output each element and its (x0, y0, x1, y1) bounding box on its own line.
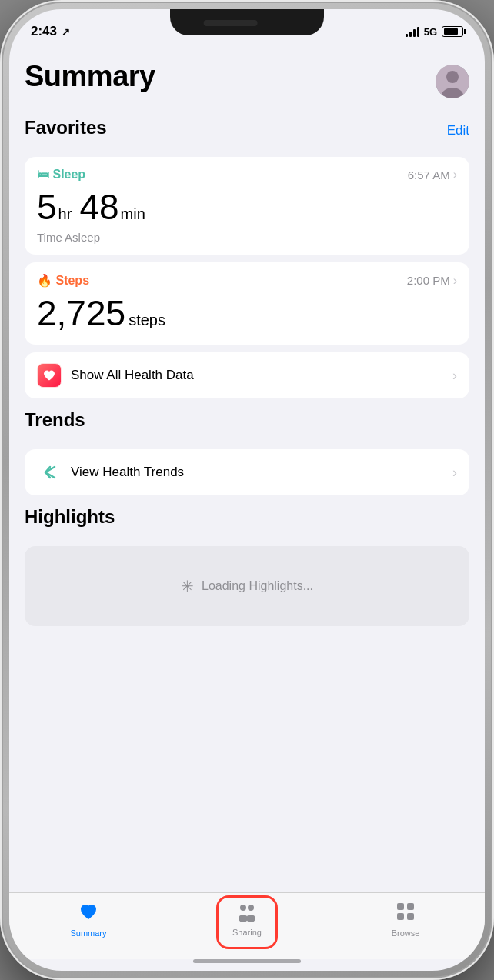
trends-header: Trends (25, 406, 469, 440)
steps-unit: steps (129, 312, 165, 329)
sleep-icon: 🛏 (37, 168, 49, 181)
signal-bar-1 (406, 34, 408, 37)
location-icon: ↗ (62, 26, 70, 38)
show-all-chevron: › (452, 368, 457, 384)
steps-chevron: › (453, 274, 457, 288)
highlights-title: Highlights (25, 506, 115, 528)
signal-bar-4 (417, 27, 419, 37)
tab-summary[interactable]: Summary (9, 901, 168, 938)
trends-chevron: › (452, 465, 457, 481)
heart-svg (42, 368, 56, 382)
browse-tab-icon (395, 901, 416, 925)
health-heart-icon (37, 363, 62, 388)
signal-bar-2 (409, 32, 412, 37)
time-display: 2:43 (31, 24, 57, 39)
sleep-hours: 5 (37, 186, 57, 228)
page-header: Summary (25, 48, 469, 114)
notch (170, 9, 324, 35)
highlights-header: Highlights (25, 503, 469, 537)
svg-point-3 (240, 905, 246, 911)
summary-heart-svg (78, 901, 99, 922)
status-icons: 5G (406, 26, 463, 38)
trends-section: Trends View Health Trends › (25, 406, 469, 495)
steps-count: 2,725 (37, 292, 125, 334)
show-all-left: Show All Health Data (37, 363, 194, 388)
svg-point-6 (246, 915, 255, 922)
phone-screen: 2:43 ↗ 5G (9, 9, 485, 971)
steps-time-value: 2:00 PM (407, 274, 450, 287)
avatar-svg (436, 65, 469, 98)
summary-tab-icon (78, 901, 99, 925)
svg-rect-8 (407, 903, 414, 910)
sleep-value-row: 5 hr 48 min (37, 186, 457, 228)
edit-button[interactable]: Edit (447, 123, 469, 138)
trends-title: Trends (25, 409, 85, 431)
main-content[interactable]: Summary Favorites Edit (9, 48, 485, 892)
sleep-minutes-unit: min (121, 205, 145, 223)
steps-value-row: 2,725 steps (37, 292, 457, 334)
summary-tab-label: Summary (70, 928, 106, 938)
steps-label: Steps (55, 274, 89, 287)
sleep-card[interactable]: 🛏 Sleep 6:57 AM › 5 hr 48 min Time Aslee… (25, 157, 469, 255)
battery-fill (444, 28, 458, 35)
favorites-title: Favorites (25, 117, 107, 138)
sleep-hours-unit: hr (58, 205, 72, 223)
highlights-section: Highlights ✳ Loading Highlights... (25, 503, 469, 626)
steps-card-header: 🔥 Steps 2:00 PM › (37, 273, 457, 288)
sleep-sub-label: Time Asleep (37, 231, 457, 244)
trends-left: View Health Trends (37, 460, 184, 485)
favorites-header: Favorites Edit (25, 114, 469, 148)
sleep-time-value: 6:57 AM (408, 168, 450, 182)
home-indicator (193, 959, 301, 963)
tab-browse[interactable]: Browse (326, 901, 485, 938)
sleep-label: Sleep (52, 168, 85, 181)
view-health-trends-row[interactable]: View Health Trends › (25, 449, 469, 495)
tab-sharing[interactable]: Sharing (168, 902, 326, 937)
trends-arrow-svg (39, 462, 59, 482)
avatar-image (436, 65, 469, 98)
battery-indicator (442, 26, 463, 37)
svg-rect-10 (407, 913, 414, 920)
view-trends-label: View Health Trends (71, 465, 184, 480)
highlights-loading-card: ✳ Loading Highlights... (25, 546, 469, 626)
steps-card-title: 🔥 Steps (37, 273, 89, 288)
sleep-chevron: › (453, 168, 457, 182)
signal-bars (406, 26, 419, 37)
steps-fire-icon: 🔥 (37, 274, 52, 287)
sleep-card-header: 🛏 Sleep 6:57 AM › (37, 168, 457, 182)
page-title: Summary (25, 60, 155, 93)
steps-card[interactable]: 🔥 Steps 2:00 PM › 2,725 steps (25, 262, 469, 345)
steps-time: 2:00 PM › (407, 274, 457, 288)
browse-grid-svg (395, 901, 416, 922)
svg-point-5 (248, 905, 254, 911)
avatar[interactable] (436, 65, 469, 98)
loading-spinner-icon: ✳ (181, 577, 194, 595)
loading-text: Loading Highlights... (202, 579, 313, 593)
status-time: 2:43 ↗ (31, 24, 70, 39)
signal-bar-3 (413, 29, 416, 37)
svg-rect-9 (397, 913, 404, 920)
sleep-minutes: 48 (79, 186, 118, 228)
sharing-tab-icon (235, 902, 259, 925)
svg-point-1 (446, 71, 459, 83)
trends-icon (37, 460, 62, 485)
phone-frame: 2:43 ↗ 5G (0, 0, 494, 980)
browse-tab-label: Browse (392, 928, 420, 938)
sharing-tab-label: Sharing (232, 928, 262, 937)
sleep-card-title: 🛏 Sleep (37, 168, 85, 182)
sharing-people-svg (235, 902, 259, 922)
tab-bar: Summary Sharing (9, 892, 485, 959)
show-all-health-row[interactable]: Show All Health Data › (25, 352, 469, 398)
sleep-time: 6:57 AM › (408, 168, 457, 182)
network-type: 5G (424, 26, 437, 38)
svg-rect-7 (397, 903, 404, 910)
show-all-label: Show All Health Data (71, 368, 194, 383)
battery-icon (442, 26, 463, 37)
speaker-grille (204, 20, 258, 26)
